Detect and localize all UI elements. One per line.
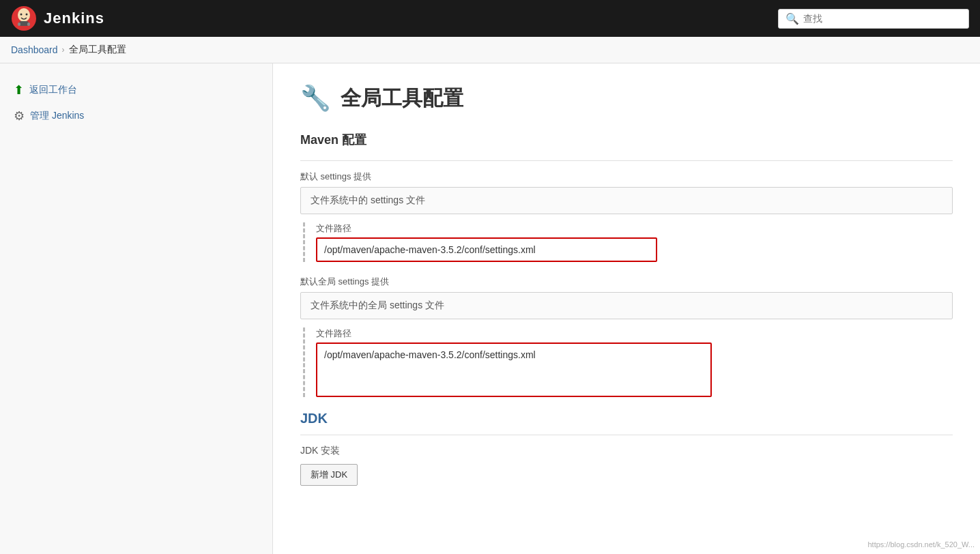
default-global-settings-field-label: 文件路径 bbox=[316, 327, 953, 340]
default-settings-label: 默认 settings 提供 bbox=[300, 171, 953, 183]
sidebar-item-back-label: 返回工作台 bbox=[29, 84, 77, 96]
add-jdk-button[interactable]: 新增 JDK bbox=[300, 464, 358, 486]
gear-icon: ⚙ bbox=[14, 108, 25, 123]
default-settings-dropdown-value: 文件系统中的 settings 文件 bbox=[311, 194, 425, 205]
jdk-section-title: JDK bbox=[300, 411, 953, 426]
header-logo: Jenkins bbox=[11, 5, 104, 31]
header-app-title: Jenkins bbox=[44, 10, 104, 27]
maven-config-section: Maven 配置 默认 settings 提供 文件系统中的 settings … bbox=[300, 132, 953, 397]
default-global-settings-dropdown[interactable]: 文件系统中的全局 settings 文件 bbox=[300, 292, 953, 319]
search-input[interactable] bbox=[803, 13, 962, 24]
breadcrumb: Dashboard › 全局工具配置 bbox=[0, 37, 980, 63]
main-content: 🔧 全局工具配置 Maven 配置 默认 settings 提供 文件系统中的 … bbox=[273, 63, 980, 554]
search-icon: 🔍 bbox=[786, 12, 799, 25]
watermark: https://blog.csdn.net/k_520_W... bbox=[867, 540, 975, 549]
sidebar-item-back-to-workspace[interactable]: ⬆ 返回工作台 bbox=[11, 77, 261, 103]
default-settings-group: 默认 settings 提供 文件系统中的 settings 文件 文件路径 bbox=[300, 171, 953, 262]
breadcrumb-separator: › bbox=[62, 45, 65, 55]
default-global-settings-dropdown-value: 文件系统中的全局 settings 文件 bbox=[311, 300, 444, 310]
header: Jenkins 🔍 bbox=[0, 0, 980, 37]
sidebar-item-manage-jenkins[interactable]: ⚙ 管理 Jenkins bbox=[11, 103, 261, 129]
maven-divider bbox=[300, 160, 953, 161]
jdk-section: JDK JDK 安装 新增 JDK bbox=[300, 411, 953, 486]
up-arrow-icon: ⬆ bbox=[14, 83, 24, 98]
svg-rect-4 bbox=[19, 21, 29, 26]
default-global-settings-group: 默认全局 settings 提供 文件系统中的全局 settings 文件 文件… bbox=[300, 276, 953, 397]
svg-rect-6 bbox=[27, 23, 30, 26]
svg-point-1 bbox=[18, 8, 30, 22]
page-title: 全局工具配置 bbox=[341, 85, 463, 113]
svg-rect-5 bbox=[18, 23, 20, 26]
breadcrumb-current: 全局工具配置 bbox=[69, 44, 126, 56]
sidebar-item-manage-label: 管理 Jenkins bbox=[30, 110, 84, 122]
breadcrumb-home[interactable]: Dashboard bbox=[11, 44, 58, 55]
default-global-settings-file-path-input[interactable]: /opt/maven/apache-maven-3.5.2/conf/setti… bbox=[316, 342, 712, 397]
default-global-settings-indented: 文件路径 /opt/maven/apache-maven-3.5.2/conf/… bbox=[303, 327, 953, 397]
jdk-divider bbox=[300, 435, 953, 435]
layout: ⬆ 返回工作台 ⚙ 管理 Jenkins 🔧 全局工具配置 Maven 配置 默… bbox=[0, 63, 980, 554]
default-settings-indented: 文件路径 bbox=[303, 222, 953, 262]
jenkins-logo-icon bbox=[11, 5, 37, 31]
svg-point-2 bbox=[20, 14, 23, 16]
svg-point-3 bbox=[26, 14, 28, 16]
jdk-sub-label: JDK 安装 bbox=[300, 445, 953, 457]
default-settings-file-path-input[interactable] bbox=[316, 237, 657, 262]
default-global-settings-label: 默认全局 settings 提供 bbox=[300, 276, 953, 288]
search-bar[interactable]: 🔍 bbox=[778, 9, 969, 29]
maven-section-title: Maven 配置 bbox=[300, 132, 953, 151]
sidebar: ⬆ 返回工作台 ⚙ 管理 Jenkins bbox=[0, 63, 273, 554]
default-settings-dropdown[interactable]: 文件系统中的 settings 文件 bbox=[300, 187, 953, 214]
page-title-row: 🔧 全局工具配置 bbox=[300, 84, 953, 113]
tools-icon: 🔧 bbox=[300, 84, 331, 113]
default-settings-field-label: 文件路径 bbox=[316, 222, 953, 235]
